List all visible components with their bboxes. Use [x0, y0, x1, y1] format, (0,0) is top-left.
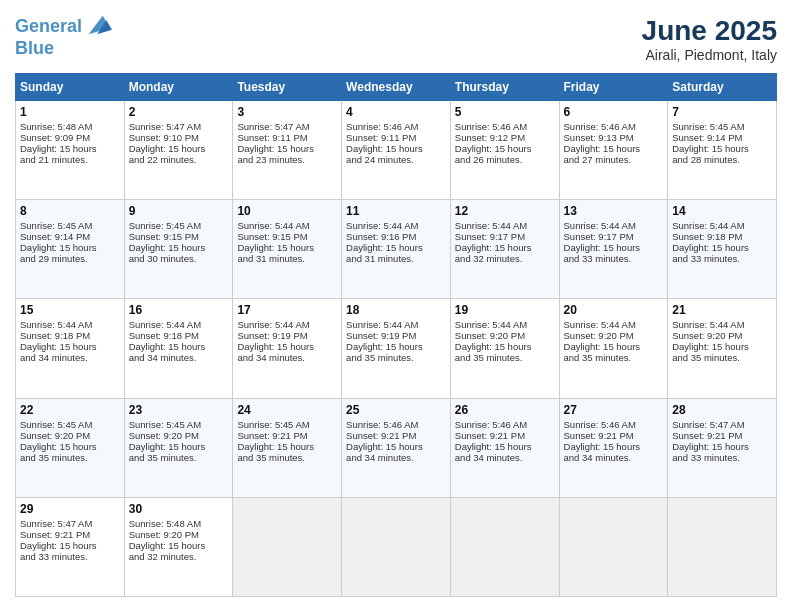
calendar-header-wednesday: Wednesday [342, 74, 451, 101]
calendar-cell: 21Sunrise: 5:44 AMSunset: 9:20 PMDayligh… [668, 299, 777, 398]
calendar-week-2: 8Sunrise: 5:45 AMSunset: 9:14 PMDaylight… [16, 200, 777, 299]
calendar-cell [450, 497, 559, 596]
day-info-line: Sunset: 9:15 PM [237, 231, 337, 242]
day-info-line: and 28 minutes. [672, 154, 772, 165]
calendar-header-monday: Monday [124, 74, 233, 101]
day-info-line: Sunrise: 5:45 AM [672, 121, 772, 132]
calendar-header-row: SundayMondayTuesdayWednesdayThursdayFrid… [16, 74, 777, 101]
day-number: 15 [20, 303, 120, 317]
day-info-line: Sunrise: 5:44 AM [672, 220, 772, 231]
calendar-table: SundayMondayTuesdayWednesdayThursdayFrid… [15, 73, 777, 597]
day-info-line: and 33 minutes. [672, 253, 772, 264]
day-number: 10 [237, 204, 337, 218]
day-info-line: Sunrise: 5:45 AM [129, 220, 229, 231]
day-info-line: Daylight: 15 hours [346, 242, 446, 253]
day-info-line: Daylight: 15 hours [672, 441, 772, 452]
calendar-cell: 4Sunrise: 5:46 AMSunset: 9:11 PMDaylight… [342, 101, 451, 200]
day-info-line: and 29 minutes. [20, 253, 120, 264]
day-info-line: and 23 minutes. [237, 154, 337, 165]
day-info-line: Sunset: 9:21 PM [237, 430, 337, 441]
calendar-cell: 29Sunrise: 5:47 AMSunset: 9:21 PMDayligh… [16, 497, 125, 596]
day-info-line: and 24 minutes. [346, 154, 446, 165]
calendar-cell [668, 497, 777, 596]
day-info-line: and 26 minutes. [455, 154, 555, 165]
day-info-line: Sunrise: 5:47 AM [237, 121, 337, 132]
day-number: 23 [129, 403, 229, 417]
day-info-line: Sunset: 9:12 PM [455, 132, 555, 143]
day-number: 5 [455, 105, 555, 119]
day-number: 4 [346, 105, 446, 119]
day-number: 19 [455, 303, 555, 317]
day-number: 13 [564, 204, 664, 218]
day-number: 29 [20, 502, 120, 516]
day-info-line: Sunset: 9:16 PM [346, 231, 446, 242]
day-info-line: Sunset: 9:10 PM [129, 132, 229, 143]
calendar-header-friday: Friday [559, 74, 668, 101]
day-info-line: Sunrise: 5:44 AM [237, 220, 337, 231]
day-number: 28 [672, 403, 772, 417]
day-info-line: Daylight: 15 hours [20, 441, 120, 452]
day-info-line: and 21 minutes. [20, 154, 120, 165]
location-subtitle: Airali, Piedmont, Italy [642, 47, 777, 63]
day-info-line: Sunset: 9:13 PM [564, 132, 664, 143]
day-info-line: Sunset: 9:21 PM [346, 430, 446, 441]
calendar-week-4: 22Sunrise: 5:45 AMSunset: 9:20 PMDayligh… [16, 398, 777, 497]
day-info-line: and 30 minutes. [129, 253, 229, 264]
calendar-cell: 25Sunrise: 5:46 AMSunset: 9:21 PMDayligh… [342, 398, 451, 497]
day-info-line: and 35 minutes. [672, 352, 772, 363]
calendar-cell: 9Sunrise: 5:45 AMSunset: 9:15 PMDaylight… [124, 200, 233, 299]
calendar-cell [342, 497, 451, 596]
day-info-line: Sunset: 9:20 PM [455, 330, 555, 341]
calendar-cell [559, 497, 668, 596]
day-info-line: Daylight: 15 hours [346, 441, 446, 452]
day-info-line: Daylight: 15 hours [672, 341, 772, 352]
calendar-cell: 11Sunrise: 5:44 AMSunset: 9:16 PMDayligh… [342, 200, 451, 299]
day-info-line: Sunrise: 5:46 AM [346, 419, 446, 430]
day-info-line: Sunset: 9:17 PM [564, 231, 664, 242]
logo: General Blue [15, 15, 112, 59]
calendar-cell: 14Sunrise: 5:44 AMSunset: 9:18 PMDayligh… [668, 200, 777, 299]
day-info-line: and 22 minutes. [129, 154, 229, 165]
day-info-line: Daylight: 15 hours [455, 242, 555, 253]
day-info-line: and 35 minutes. [20, 452, 120, 463]
calendar-cell: 1Sunrise: 5:48 AMSunset: 9:09 PMDaylight… [16, 101, 125, 200]
day-number: 22 [20, 403, 120, 417]
day-info-line: and 34 minutes. [564, 452, 664, 463]
day-info-line: and 35 minutes. [455, 352, 555, 363]
day-info-line: and 34 minutes. [129, 352, 229, 363]
day-number: 27 [564, 403, 664, 417]
day-info-line: Daylight: 15 hours [455, 441, 555, 452]
day-number: 18 [346, 303, 446, 317]
calendar-cell [233, 497, 342, 596]
day-info-line: Daylight: 15 hours [129, 441, 229, 452]
day-number: 25 [346, 403, 446, 417]
day-info-line: Sunset: 9:20 PM [20, 430, 120, 441]
day-info-line: Sunrise: 5:44 AM [455, 220, 555, 231]
calendar-cell: 18Sunrise: 5:44 AMSunset: 9:19 PMDayligh… [342, 299, 451, 398]
day-info-line: Sunrise: 5:44 AM [455, 319, 555, 330]
day-info-line: Sunrise: 5:48 AM [20, 121, 120, 132]
logo-text: General [15, 17, 82, 37]
day-info-line: Sunset: 9:14 PM [672, 132, 772, 143]
day-info-line: Sunrise: 5:44 AM [564, 220, 664, 231]
calendar-cell: 23Sunrise: 5:45 AMSunset: 9:20 PMDayligh… [124, 398, 233, 497]
day-info-line: Sunset: 9:21 PM [455, 430, 555, 441]
day-info-line: Sunrise: 5:46 AM [455, 419, 555, 430]
day-info-line: and 33 minutes. [672, 452, 772, 463]
calendar-cell: 6Sunrise: 5:46 AMSunset: 9:13 PMDaylight… [559, 101, 668, 200]
day-info-line: Daylight: 15 hours [564, 441, 664, 452]
page: General Blue June 2025 Airali, Piedmont,… [0, 0, 792, 612]
day-info-line: Sunset: 9:21 PM [564, 430, 664, 441]
day-info-line: Daylight: 15 hours [564, 341, 664, 352]
day-info-line: Sunset: 9:14 PM [20, 231, 120, 242]
day-info-line: Sunset: 9:11 PM [346, 132, 446, 143]
calendar-cell: 3Sunrise: 5:47 AMSunset: 9:11 PMDaylight… [233, 101, 342, 200]
day-info-line: and 32 minutes. [129, 551, 229, 562]
logo-blue: Blue [15, 39, 112, 59]
calendar-cell: 20Sunrise: 5:44 AMSunset: 9:20 PMDayligh… [559, 299, 668, 398]
calendar-cell: 5Sunrise: 5:46 AMSunset: 9:12 PMDaylight… [450, 101, 559, 200]
day-info-line: Sunset: 9:18 PM [129, 330, 229, 341]
calendar-body: 1Sunrise: 5:48 AMSunset: 9:09 PMDaylight… [16, 101, 777, 597]
calendar-cell: 16Sunrise: 5:44 AMSunset: 9:18 PMDayligh… [124, 299, 233, 398]
day-info-line: Sunrise: 5:44 AM [129, 319, 229, 330]
